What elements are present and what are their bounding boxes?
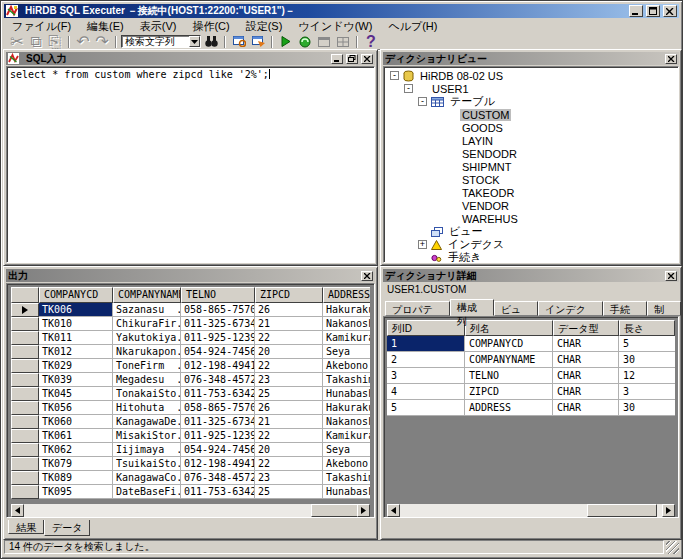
dictionary-detail-icon[interactable] [249,35,267,49]
cell[interactable]: 011-753-6342 [181,485,255,499]
cell[interactable]: 30 [619,400,675,416]
cell[interactable]: 30 [619,352,675,368]
cell[interactable]: CHAR [553,400,619,416]
tree-item-tables[interactable]: - テーブル [386,95,678,108]
row-selector[interactable] [11,429,39,443]
scroll-left-icon[interactable] [11,504,24,517]
row-selector[interactable] [11,359,39,373]
dictionary-detail-close-button[interactable] [665,271,677,281]
row-selector[interactable] [11,471,39,485]
close-button[interactable] [663,5,677,17]
tab-constraints[interactable]: 制約 [647,301,681,316]
cell[interactable]: 23 [255,471,323,485]
copy-icon[interactable]: ⧉ [27,35,45,49]
refresh-icon[interactable] [296,35,314,49]
cell[interactable]: 22 [255,429,323,443]
cell[interactable]: 20 [255,345,323,359]
row-selector[interactable] [11,401,39,415]
tree-item-user1[interactable]: - USER1 [386,82,678,95]
cell[interactable]: Nakanoshima [323,317,370,331]
tree-item-table-layin[interactable]: LAYIN [386,134,678,147]
cell[interactable]: 25 [255,485,323,499]
output-titlebar[interactable]: 出力 [6,269,375,282]
tree-item-indexes[interactable]: + インデクス [386,238,678,251]
cut-icon[interactable]: ✂ [8,35,26,49]
tab-indexes[interactable]: インデクス [538,301,603,316]
output-close-button[interactable] [361,271,373,281]
cell[interactable]: TK062 [39,443,113,457]
row-selector[interactable] [11,485,39,499]
cell[interactable]: 054-924-7456 [181,443,255,457]
row-selector[interactable] [11,303,39,317]
row-selector[interactable] [11,331,39,345]
cell[interactable]: TK012 [39,345,113,359]
scroll-right-icon[interactable] [662,504,675,517]
tab-procedures[interactable]: 手続き [603,301,647,316]
tree-item-table-takeodr[interactable]: TAKEODR [386,186,678,199]
cell[interactable]: TK089 [39,471,113,485]
cell[interactable]: KanagawaDe... [113,415,181,429]
row-selector[interactable] [11,443,39,457]
chevron-down-icon[interactable] [189,36,200,47]
row-selector[interactable] [11,415,39,429]
tree-item-table-shipmnt[interactable]: SHIPMNT [386,160,678,173]
tree-item-table-warehus[interactable]: WAREHUS [386,212,678,225]
cell[interactable]: 22 [255,359,323,373]
resize-grip[interactable] [666,541,679,554]
cell[interactable]: Seya [323,443,370,457]
column-header[interactable]: 列名 [465,320,553,336]
cell[interactable]: MisakiStor... [113,429,181,443]
tree-item-table-sendodr[interactable]: SENDODR [386,147,678,160]
horizontal-scrollbar[interactable] [11,504,370,517]
cell[interactable]: TsuikaiSto... [113,457,181,471]
cell[interactable]: Yakutokiya... [113,331,181,345]
cell[interactable]: Kamikurata [323,429,370,443]
tree-item-views[interactable]: ビュー [386,225,678,238]
cell[interactable]: Hitohuta ... [113,401,181,415]
cell[interactable]: 26 [255,401,323,415]
sql-close-button[interactable] [361,54,373,64]
cell[interactable]: TK060 [39,415,113,429]
cell[interactable]: Hakuraku [323,401,370,415]
cell[interactable]: Takashima [323,373,370,387]
cell[interactable]: ToneFirm ... [113,359,181,373]
cell[interactable]: ChikuraFir... [113,317,181,331]
cell[interactable]: TK095 [39,485,113,499]
menu-settings[interactable]: 設定(S) [238,18,291,35]
column-header[interactable]: 長さ [619,320,675,336]
cell[interactable]: CHAR [553,336,619,352]
cell[interactable]: 12 [619,368,675,384]
cell[interactable]: 20 [255,443,323,457]
dictionary-view-close-button[interactable] [665,54,677,64]
cell[interactable]: 2 [387,352,465,368]
scrollbar-thumb[interactable] [587,504,657,517]
column-header[interactable]: TELNO [181,287,255,303]
cell[interactable]: TK011 [39,331,113,345]
tree-item-table-custom[interactable]: CUSTOM [386,108,678,121]
cell[interactable]: Sazanasu ... [113,303,181,317]
tree-item-table-stock[interactable]: STOCK [386,173,678,186]
row-selector[interactable] [11,317,39,331]
cell[interactable]: KanagawaCo... [113,471,181,485]
scroll-left-icon[interactable] [387,504,400,517]
cell[interactable]: 011-925-1239 [181,331,255,345]
sql-restore-button[interactable] [346,54,358,64]
cell[interactable]: 5 [387,400,465,416]
cell[interactable]: 22 [255,457,323,471]
tab-data[interactable]: データ [44,520,90,536]
cell[interactable]: 21 [255,317,323,331]
cell[interactable]: 012-198-4941 [181,359,255,373]
cell[interactable]: 3 [619,384,675,400]
dictionary-view-icon[interactable] [230,35,248,49]
help-icon[interactable]: ? [362,35,380,49]
cell[interactable]: 058-865-7570 [181,401,255,415]
redo-icon[interactable]: ↷ [93,35,111,49]
horizontal-scrollbar[interactable] [387,504,675,517]
tab-properties[interactable]: プロパティ [385,301,450,316]
cell[interactable]: Hunabashi [323,485,370,499]
data-window-icon[interactable] [334,35,352,49]
window-titlebar[interactable]: HiRDB SQL Executer －接続中(HOST1:22200:"USE… [4,4,679,18]
cell[interactable]: 1 [387,336,465,352]
cell[interactable]: 012-198-4941 [181,457,255,471]
cell[interactable]: 23 [255,373,323,387]
